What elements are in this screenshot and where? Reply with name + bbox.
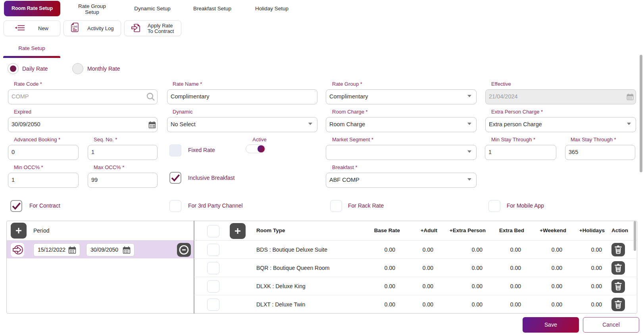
svg-text:LOG: LOG: [73, 25, 78, 28]
